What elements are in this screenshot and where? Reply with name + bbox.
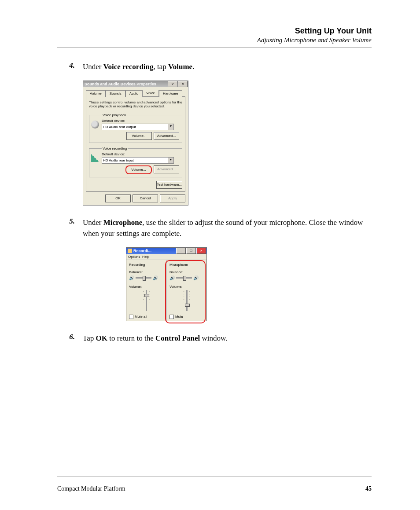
recording-volume-slider[interactable]	[146, 290, 147, 311]
page-section-subtitle: Adjusting Microphone and Speaker Volume	[57, 37, 372, 44]
tab-hardware[interactable]: Hardware	[159, 90, 182, 97]
step-number: 6.	[57, 333, 83, 344]
text: Under	[83, 218, 103, 227]
ok-button[interactable]: OK	[105, 194, 131, 202]
step-6-text: Tap OK to return to the Control Panel wi…	[83, 333, 227, 344]
recording-column: Recording Balance: 🔊 🔊 Volume: ----- ---…	[126, 260, 166, 321]
voice-playback-group: Voice playback Default device: HD Audio …	[89, 113, 182, 143]
tab-audio[interactable]: Audio	[125, 90, 142, 97]
text: Tap	[83, 334, 96, 342]
default-device-label: Default device:	[102, 152, 179, 156]
menu-options[interactable]: Options	[128, 255, 140, 259]
header-rule	[57, 48, 372, 48]
test-hardware-button[interactable]: Test hardware...	[156, 181, 182, 189]
step-number: 4.	[57, 61, 83, 73]
text-bold: Volume	[168, 62, 192, 71]
group-legend: Voice playback	[102, 113, 127, 117]
step-number: 5.	[57, 217, 83, 239]
checkbox-label: Mute all	[135, 315, 147, 319]
speaker-left-icon: 🔊	[129, 275, 134, 280]
text: window.	[200, 334, 227, 342]
footer-rule	[57, 477, 372, 477]
help-button[interactable]: ?	[168, 81, 177, 87]
text: Under	[83, 62, 103, 71]
cancel-button[interactable]: Cancel	[133, 194, 158, 202]
page-number: 45	[365, 485, 372, 492]
recording-volume-button[interactable]: Volume...	[125, 165, 152, 174]
recording-balance-slider[interactable]	[136, 277, 151, 279]
recording-advanced-button: Advanced...	[154, 165, 179, 173]
step-5-text: Under Microphone, use the slider to adju…	[83, 217, 372, 239]
page-section-title: Setting Up Your Unit	[57, 26, 372, 36]
step-4-text: Under Voice recording, tap Volume.	[83, 61, 194, 73]
tab-volume[interactable]: Volume	[86, 90, 106, 97]
balance-label: Balance:	[129, 270, 164, 274]
default-device-label: Default device:	[102, 119, 179, 123]
recording-device-combo[interactable]: HD Audio rear input	[102, 157, 174, 164]
close-button[interactable]: ×	[196, 248, 206, 254]
speaker-right-icon: 🔊	[153, 275, 158, 280]
menu-help[interactable]: Help	[142, 255, 149, 259]
slider-ticks: -----	[143, 290, 144, 311]
window-title: Recordi...	[133, 249, 151, 253]
maximize-button[interactable]: □	[186, 248, 196, 254]
speaker-icon	[91, 121, 99, 128]
text-bold: Control Panel	[155, 334, 200, 342]
menubar: Options Help	[126, 254, 206, 260]
playback-device-combo[interactable]: HD Audio rear output	[102, 124, 174, 130]
dialog-title: Sounds and Audio Devices Properties	[85, 82, 156, 86]
text-bold: Voice recording	[103, 62, 154, 71]
tab-sounds[interactable]: Sounds	[106, 90, 125, 97]
text-bold: OK	[96, 334, 107, 342]
microphone-icon	[91, 154, 99, 162]
voice-recording-group: Voice recording Default device: HD Audio…	[89, 147, 182, 177]
playback-volume-button[interactable]: Volume...	[126, 132, 152, 140]
slider-ticks: -----	[149, 290, 150, 311]
text: .	[192, 62, 194, 71]
sounds-audio-dialog: Sounds and Audio Devices Properties ? × …	[83, 81, 188, 205]
minimize-button[interactable]: _	[176, 248, 186, 254]
text: , tap	[154, 62, 169, 71]
footer-left: Compact Modular Platform	[57, 485, 125, 492]
recording-control-window: Recordi... _ □ × Options Help Recording …	[126, 247, 207, 321]
dialog-description: These settings control volume and advanc…	[89, 100, 182, 109]
tab-voice[interactable]: Voice	[142, 90, 159, 96]
apply-button: Apply	[160, 194, 185, 202]
volume-label: Volume:	[129, 285, 164, 289]
text: to return to the	[107, 334, 155, 342]
dialog-titlebar: Sounds and Audio Devices Properties ? ×	[83, 81, 188, 87]
column-title: Recording	[129, 263, 164, 267]
text-bold: Microphone	[103, 218, 142, 227]
app-icon	[128, 249, 132, 253]
close-button[interactable]: ×	[178, 81, 188, 87]
dialog-tabs: Volume Sounds Audio Voice Hardware	[86, 90, 188, 96]
playback-advanced-button[interactable]: Advanced...	[154, 132, 179, 140]
window-titlebar: Recordi... _ □ ×	[126, 248, 206, 254]
highlight-annotation	[165, 260, 206, 323]
group-legend: Voice recording	[102, 147, 128, 150]
mute-all-checkbox[interactable]: Mute all	[129, 315, 164, 319]
